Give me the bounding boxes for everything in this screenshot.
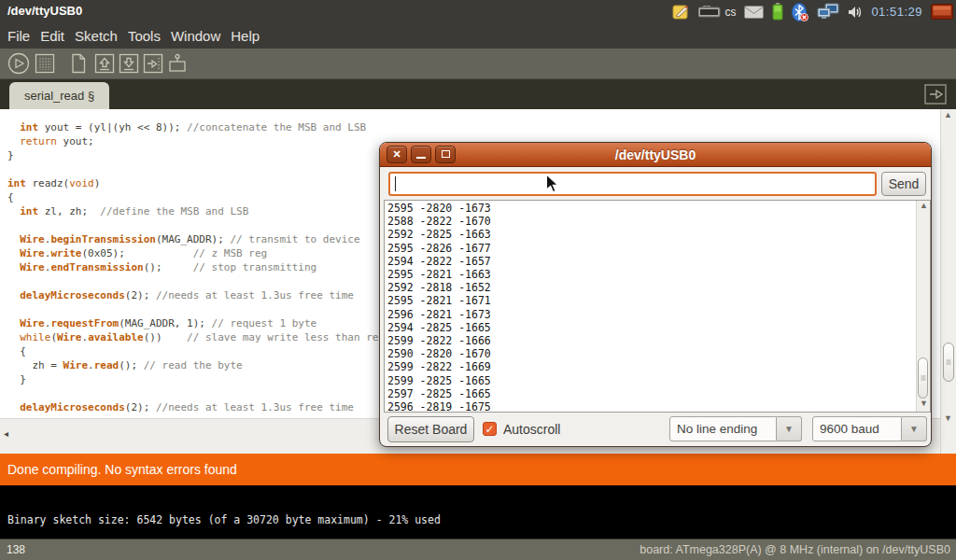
serial-line: 2588 -2822 -1670 (387, 215, 491, 228)
baud-rate-value: 9600 baud (812, 416, 902, 441)
tab-serial-read[interactable]: serial_read § (9, 82, 109, 109)
chevron-down-icon[interactable]: ▼ (777, 416, 802, 441)
clock[interactable]: 01:51:29 (871, 5, 922, 19)
mouse-cursor (545, 174, 559, 194)
toolbar (0, 49, 956, 79)
keyboard-icon[interactable] (698, 6, 721, 18)
serial-output-lines: 2595 -2820 -16732588 -2822 -16702592 -28… (387, 202, 491, 413)
serial-line: 2595 -2821 -1671 (387, 294, 491, 307)
serial-scrollbar[interactable]: ▲ ▼ (916, 201, 930, 412)
board-info: board: ATmega328P(A) @ 8 MHz (internal) … (640, 543, 950, 556)
serial-line: 2592 -2818 -1652 (387, 281, 491, 294)
serial-scrollbar-thumb[interactable] (918, 357, 928, 399)
serial-line: 2595 -2820 -1673 (387, 202, 491, 215)
reset-board-button[interactable]: Reset Board (387, 416, 474, 442)
menu-sketch[interactable]: Sketch (75, 28, 118, 44)
scroll-left-icon[interactable]: ◂ (4, 428, 8, 439)
tabbar: serial_read § (0, 79, 956, 109)
tab-menu-icon[interactable] (924, 84, 947, 105)
menu-window[interactable]: Window (171, 28, 220, 44)
serial-monitor-titlebar[interactable]: ✕ /dev/ttyUSB0 (380, 143, 931, 167)
verify-icon[interactable] (7, 52, 30, 75)
menu-edit[interactable]: Edit (40, 28, 64, 44)
menu-tools[interactable]: Tools (128, 28, 161, 44)
serial-monitor-window: ✕ /dev/ttyUSB0 Send 2595 -2820 -16732588… (379, 142, 932, 447)
minimize-icon[interactable] (411, 146, 431, 163)
baud-rate-dropdown[interactable]: 9600 baud ▼ (812, 416, 927, 441)
serial-monitor-icon[interactable] (166, 52, 189, 75)
serial-line: 2596 -2821 -1673 (387, 308, 491, 321)
close-icon[interactable]: ✕ (387, 146, 407, 163)
system-tray: cs 01:51:29 (672, 0, 953, 23)
serial-output-area[interactable]: 2595 -2820 -16732588 -2822 -16702592 -28… (384, 200, 931, 413)
scroll-up-icon[interactable]: ▲ (920, 201, 928, 210)
line-number-indicator: 138 (7, 543, 25, 556)
build-console-output: Binary sketch size: 6542 bytes (of a 307… (7, 513, 441, 526)
new-sketch-icon[interactable] (67, 52, 90, 75)
line-ending-value: No line ending (669, 416, 777, 441)
serial-line: 2596 -2819 -1675 (387, 400, 491, 413)
open-sketch-icon[interactable] (93, 52, 116, 75)
build-console: Binary sketch size: 6542 bytes (of a 307… (0, 485, 956, 539)
scroll-up-icon[interactable]: ▲ (944, 110, 952, 119)
keyboard-layout-label[interactable]: cs (724, 6, 736, 19)
scroll-down-icon[interactable]: ▼ (920, 399, 928, 408)
serial-line: 2597 -2825 -1665 (387, 387, 491, 400)
editor-vertical-scrollbar[interactable]: ▲ ▼ (940, 109, 956, 454)
serial-line: 2594 -2825 -1665 (387, 321, 491, 334)
menu-help[interactable]: Help (231, 28, 260, 44)
menubar: FileEditSketchToolsWindowHelp (0, 23, 956, 49)
autoscroll-label: Autoscroll (503, 422, 560, 437)
top-panel: /dev/ttyUSB0 cs 01:51: (0, 0, 956, 23)
serial-line: 2599 -2822 -1669 (387, 360, 491, 373)
send-button[interactable]: Send (881, 172, 926, 196)
note-icon[interactable] (672, 4, 690, 21)
code-line: int yout = (yl|(yh << 8)); //concatenate… (7, 120, 940, 134)
compile-status-bar: Done compiling. No syntax errors found (0, 454, 956, 485)
serial-line: 2595 -2821 -1663 (387, 268, 491, 281)
line-ending-dropdown[interactable]: No line ending ▼ (669, 416, 802, 441)
network-icon[interactable] (817, 3, 839, 21)
volume-icon[interactable] (848, 5, 863, 20)
window-title: /dev/ttyUSB0 (7, 4, 82, 18)
menu-file[interactable]: File (7, 28, 30, 44)
save-sketch-icon[interactable] (118, 52, 140, 75)
serial-monitor-title: /dev/ttyUSB0 (380, 143, 931, 167)
chevron-down-icon[interactable]: ▼ (902, 416, 927, 441)
serial-line: 2592 -2825 -1663 (387, 228, 491, 241)
editor-scrollbar-thumb[interactable] (943, 343, 954, 382)
serial-line: 2594 -2822 -1657 (387, 255, 491, 268)
serial-line: 2599 -2822 -1666 (387, 334, 491, 347)
autoscroll-checkbox[interactable]: ✓ (483, 422, 497, 436)
serial-line: 2595 -2826 -1677 (387, 242, 491, 255)
mail-icon[interactable] (744, 6, 764, 19)
serial-send-input[interactable] (388, 172, 877, 196)
serial-line: 2599 -2825 -1665 (387, 374, 491, 387)
arduino-ide-screen: /dev/ttyUSB0 cs 01:51: (0, 0, 956, 560)
stop-icon[interactable] (34, 52, 56, 75)
display-icon[interactable] (931, 4, 953, 20)
bluetooth-icon[interactable] (792, 3, 808, 21)
scroll-down-icon[interactable]: ▼ (944, 413, 952, 423)
maximize-icon[interactable] (435, 146, 456, 163)
ide-footer: 138 board: ATmega328P(A) @ 8 MHz (intern… (0, 539, 956, 560)
serial-line: 2590 -2820 -1670 (387, 347, 491, 360)
upload-icon[interactable] (142, 52, 164, 75)
battery-icon[interactable] (772, 3, 783, 21)
text-caret (395, 176, 396, 191)
compile-status-message: Done compiling. No syntax errors found (7, 462, 237, 477)
